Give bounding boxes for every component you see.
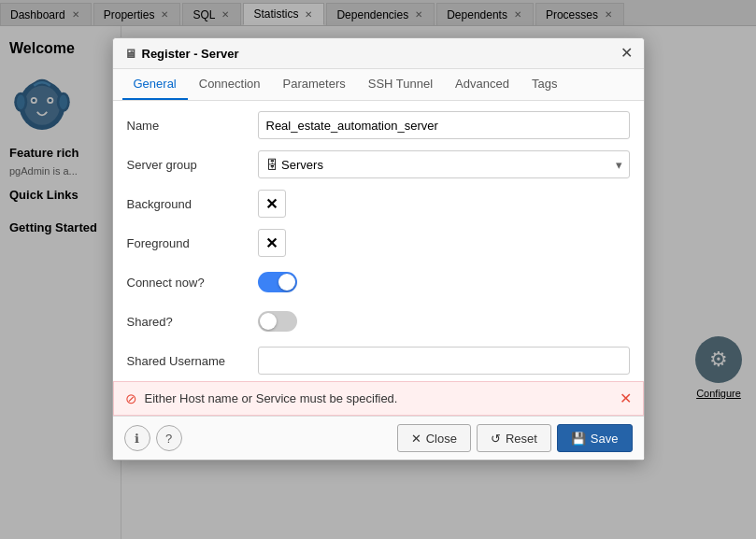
modal-tab-parameters[interactable]: Parameters — [272, 69, 357, 100]
shared-username-row: Shared Username — [127, 346, 630, 376]
modal-tab-advanced[interactable]: Advanced — [444, 69, 521, 100]
modal-title: 🖥 Register - Server — [124, 47, 239, 61]
modal-close-button[interactable]: ✕ — [620, 46, 633, 61]
background-label: Background — [127, 197, 258, 211]
help-button[interactable]: ? — [156, 425, 182, 451]
modal-tab-connection[interactable]: Connection — [188, 69, 272, 100]
error-icon: ⊘ — [125, 390, 137, 407]
foreground-label: Foreground — [127, 236, 258, 250]
connect-now-label: Connect now? — [127, 276, 258, 290]
connect-now-toggle[interactable] — [258, 272, 297, 292]
save-button[interactable]: 💾 Save — [557, 424, 633, 452]
close-label: Close — [426, 432, 457, 446]
error-message-text: Either Host name or Service must be spec… — [145, 391, 398, 405]
error-bar: ⊘ Either Host name or Service must be sp… — [113, 381, 644, 416]
close-button[interactable]: ✕ Close — [397, 424, 471, 452]
save-icon: 💾 — [571, 432, 586, 446]
foreground-swatch[interactable]: ✕ — [258, 229, 286, 257]
modal-tabs: General Connection Parameters SSH Tunnel… — [113, 69, 644, 101]
register-server-modal: 🖥 Register - Server ✕ General Connection… — [112, 37, 645, 461]
name-input[interactable] — [258, 111, 630, 139]
shared-username-input[interactable] — [258, 347, 630, 375]
error-left: ⊘ Either Host name or Service must be sp… — [125, 390, 398, 407]
foreground-row: Foreground ✕ — [127, 228, 630, 258]
modal-footer: ℹ ? ✕ Close ↺ Reset 💾 Save — [113, 416, 644, 460]
modal-tab-ssh-tunnel[interactable]: SSH Tunnel — [357, 69, 444, 100]
modal-header: 🖥 Register - Server ✕ — [113, 38, 644, 69]
background-row: Background ✕ — [127, 189, 630, 219]
modal-title-text: Register - Server — [142, 47, 239, 61]
info-button[interactable]: ℹ — [124, 425, 150, 451]
modal-tab-tags[interactable]: Tags — [521, 69, 568, 100]
server-icon: 🖥 — [124, 47, 136, 61]
reset-label: Reset — [506, 432, 537, 446]
shared-toggle-knob — [260, 313, 277, 330]
modal-tab-general[interactable]: General — [122, 69, 188, 100]
server-group-select[interactable]: 🗄 Servers — [258, 150, 630, 178]
form-scroll[interactable]: Name Server group 🗄 Servers ▾ Backgrou — [113, 101, 644, 381]
reset-icon: ↺ — [491, 432, 501, 446]
shared-row: Shared? — [127, 306, 630, 336]
toggle-knob — [278, 274, 295, 291]
footer-right: ✕ Close ↺ Reset 💾 Save — [397, 424, 633, 452]
save-label: Save — [591, 432, 619, 446]
connect-now-row: Connect now? — [127, 267, 630, 297]
name-label: Name — [127, 119, 258, 133]
server-group-row: Server group 🗄 Servers ▾ — [127, 149, 630, 179]
background-swatch[interactable]: ✕ — [258, 190, 286, 218]
shared-username-label: Shared Username — [127, 354, 258, 368]
modal-body: Name Server group 🗄 Servers ▾ Backgrou — [113, 101, 644, 416]
footer-left: ℹ ? — [124, 425, 182, 451]
name-row: Name — [127, 110, 630, 140]
error-close-button[interactable]: ✕ — [620, 390, 632, 407]
close-icon: ✕ — [411, 432, 421, 446]
server-group-label: Server group — [127, 158, 258, 172]
shared-toggle[interactable] — [258, 311, 297, 332]
shared-label: Shared? — [127, 315, 258, 329]
reset-button[interactable]: ↺ Reset — [477, 424, 551, 452]
modal-overlay: 🖥 Register - Server ✕ General Connection… — [0, 0, 756, 539]
server-group-select-wrapper: 🗄 Servers ▾ — [258, 150, 630, 178]
